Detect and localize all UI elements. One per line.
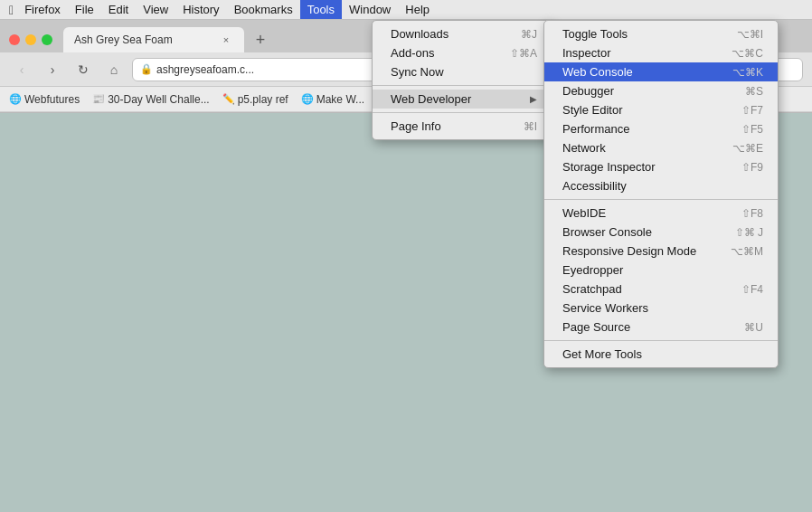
url-text: ashgreyseafoam.c... xyxy=(156,63,254,76)
network-shortcut: ⌥⌘E xyxy=(732,142,763,155)
new-tab-button[interactable]: + xyxy=(248,27,273,52)
network-label: Network xyxy=(562,141,606,155)
menu-edit[interactable]: Edit xyxy=(101,0,136,19)
menu-item-debugger[interactable]: Debugger ⌘S xyxy=(544,81,778,100)
menu-bookmarks[interactable]: Bookmarks xyxy=(227,0,300,19)
debugger-label: Debugger xyxy=(562,84,614,98)
addons-shortcut: ⇧⌘A xyxy=(510,47,537,60)
toggle-tools-label: Toggle Tools xyxy=(562,27,628,41)
title-bar:  Firefox File Edit View History Bookmar… xyxy=(0,0,812,20)
bookmark-label-make: Make W... xyxy=(316,93,364,106)
web-developer-submenu[interactable]: Toggle Tools ⌥⌘I Inspector ⌥⌘C Web Conso… xyxy=(543,20,779,368)
menu-item-eyedropper[interactable]: Eyedropper xyxy=(544,261,778,280)
storage-inspector-label: Storage Inspector xyxy=(562,160,656,174)
syncnow-label: Sync Now xyxy=(391,65,444,79)
menu-file[interactable]: File xyxy=(68,0,101,19)
webdeveloper-arrow: ▶ xyxy=(530,94,537,104)
webdev-separator-2 xyxy=(544,340,778,341)
bookmark-icon-make: 🌐 xyxy=(301,93,314,105)
menu-help[interactable]: Help xyxy=(398,0,437,19)
webide-shortcut: ⇧F8 xyxy=(741,207,763,220)
responsive-design-label: Responsive Design Mode xyxy=(562,244,696,258)
inspector-label: Inspector xyxy=(562,46,610,60)
menu-history[interactable]: History xyxy=(175,0,226,19)
menu-item-downloads[interactable]: Downloads ⌘J xyxy=(373,24,552,43)
browser-console-label: Browser Console xyxy=(562,225,652,239)
webide-label: WebIDE xyxy=(562,206,606,220)
menu-tools[interactable]: Tools xyxy=(300,0,342,19)
style-editor-shortcut: ⇧F7 xyxy=(741,104,763,117)
bookmark-label-wellchallenge: 30-Day Well Challe... xyxy=(108,93,210,106)
eyedropper-label: Eyedropper xyxy=(562,263,623,277)
menu-item-page-source[interactable]: Page Source ⌘U xyxy=(544,318,778,337)
web-console-shortcut: ⌥⌘K xyxy=(732,66,763,79)
responsive-design-shortcut: ⌥⌘M xyxy=(731,245,763,258)
webdeveloper-label: Web Developer xyxy=(391,92,471,106)
style-editor-label: Style Editor xyxy=(562,103,622,117)
back-button[interactable]: ‹ xyxy=(9,57,34,82)
bookmark-wellchallenge[interactable]: 📰 30-Day Well Challe... xyxy=(92,93,210,106)
menu-item-inspector[interactable]: Inspector ⌥⌘C xyxy=(544,43,778,62)
browser-console-shortcut: ⇧⌘ J xyxy=(735,226,763,239)
get-more-tools-label: Get More Tools xyxy=(562,347,642,361)
tools-menu[interactable]: Downloads ⌘J Add-ons ⇧⌘A Sync Now Web De… xyxy=(372,20,552,140)
tab-close-button[interactable]: × xyxy=(219,33,233,47)
menu-item-scratchpad[interactable]: Scratchpad ⇧F4 xyxy=(544,280,778,299)
downloads-label: Downloads xyxy=(391,27,448,41)
traffic-light-close[interactable] xyxy=(9,34,20,45)
performance-label: Performance xyxy=(562,122,629,136)
menu-item-toggle-tools[interactable]: Toggle Tools ⌥⌘I xyxy=(544,24,778,43)
menu-firefox[interactable]: Firefox xyxy=(17,0,68,19)
bookmark-label-p5play: p5.play ref xyxy=(238,93,288,106)
menu-item-webdeveloper[interactable]: Web Developer ▶ xyxy=(373,90,552,109)
bookmark-p5play[interactable]: ✏️ p5.play ref xyxy=(222,93,288,106)
debugger-shortcut: ⌘S xyxy=(745,85,763,98)
traffic-light-minimize[interactable] xyxy=(25,34,36,45)
menu-item-storage-inspector[interactable]: Storage Inspector ⇧F9 xyxy=(544,157,778,176)
addons-label: Add-ons xyxy=(391,46,434,60)
webdev-separator-1 xyxy=(544,199,778,200)
storage-inspector-shortcut: ⇧F9 xyxy=(741,161,763,174)
reload-button[interactable]: ↻ xyxy=(71,57,96,82)
scratchpad-shortcut: ⇧F4 xyxy=(741,283,763,296)
menu-item-web-console[interactable]: Web Console ⌥⌘K xyxy=(544,62,778,81)
menu-item-responsive-design[interactable]: Responsive Design Mode ⌥⌘M xyxy=(544,242,778,261)
web-console-label: Web Console xyxy=(562,65,633,79)
page-source-shortcut: ⌘U xyxy=(744,321,763,334)
home-button[interactable]: ⌂ xyxy=(101,57,127,82)
menu-item-performance[interactable]: Performance ⇧F5 xyxy=(544,119,778,138)
menu-item-get-more-tools[interactable]: Get More Tools xyxy=(544,345,778,364)
traffic-light-fullscreen[interactable] xyxy=(42,34,52,45)
forward-button[interactable]: › xyxy=(40,57,65,82)
menu-item-style-editor[interactable]: Style Editor ⇧F7 xyxy=(544,100,778,119)
bookmark-icon-webfutures: 🌐 xyxy=(9,93,22,105)
pageinfo-label: Page Info xyxy=(391,119,441,133)
pageinfo-shortcut: ⌘I xyxy=(524,120,537,133)
menu-item-pageinfo[interactable]: Page Info ⌘I xyxy=(373,117,552,136)
active-tab[interactable]: Ash Grey Sea Foam × xyxy=(63,27,244,52)
menu-item-network[interactable]: Network ⌥⌘E xyxy=(544,138,778,157)
menu-item-syncnow[interactable]: Sync Now xyxy=(373,62,552,81)
menu-item-webide[interactable]: WebIDE ⇧F8 xyxy=(544,204,778,223)
menu-view[interactable]: View xyxy=(136,0,175,19)
menu-item-service-workers[interactable]: Service Workers xyxy=(544,299,778,318)
downloads-shortcut: ⌘J xyxy=(521,28,537,41)
bookmark-make[interactable]: 🌐 Make W... xyxy=(301,93,364,106)
menu-item-browser-console[interactable]: Browser Console ⇧⌘ J xyxy=(544,223,778,242)
scratchpad-label: Scratchpad xyxy=(562,282,622,296)
apple-logo[interactable]:  xyxy=(9,3,14,17)
url-lock-icon: 🔒 xyxy=(140,63,153,75)
menu-window[interactable]: Window xyxy=(342,0,398,19)
bookmark-icon-wellchallenge: 📰 xyxy=(92,93,105,105)
menu-item-accessibility[interactable]: Accessibility xyxy=(544,176,778,195)
accessibility-label: Accessibility xyxy=(562,179,627,193)
service-workers-label: Service Workers xyxy=(562,301,648,315)
tab-label: Ash Grey Sea Foam xyxy=(74,33,173,46)
menu-separator-2 xyxy=(373,112,552,113)
menu-bar: Firefox File Edit View History Bookmarks… xyxy=(17,0,437,19)
toggle-tools-shortcut: ⌥⌘I xyxy=(737,28,763,41)
page-source-label: Page Source xyxy=(562,320,630,334)
menu-item-addons[interactable]: Add-ons ⇧⌘A xyxy=(373,43,552,62)
bookmark-webfutures[interactable]: 🌐 Webfutures xyxy=(9,93,80,106)
bookmark-label-webfutures: Webfutures xyxy=(24,93,80,106)
